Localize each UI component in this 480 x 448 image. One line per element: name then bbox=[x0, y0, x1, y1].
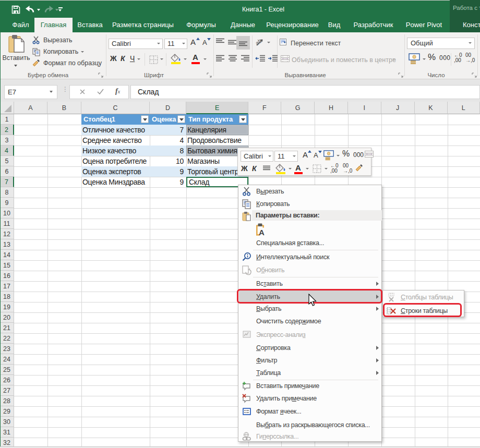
svg-text:A: A bbox=[259, 228, 265, 236]
svg-text:ab: ab bbox=[255, 38, 263, 46]
